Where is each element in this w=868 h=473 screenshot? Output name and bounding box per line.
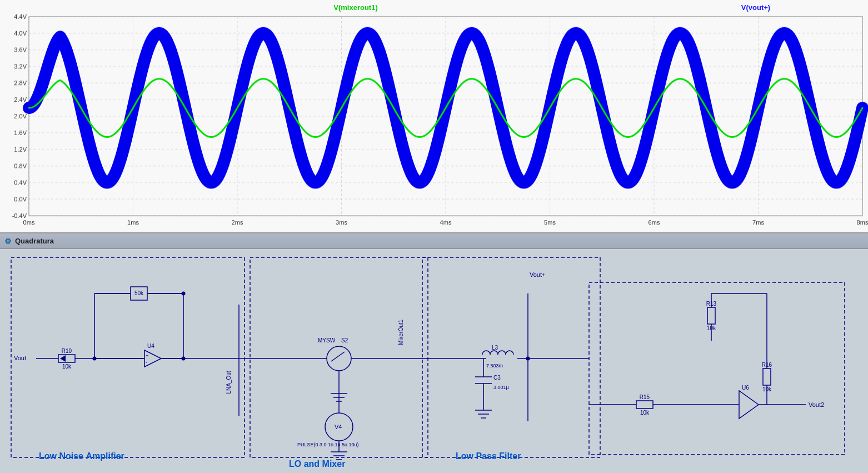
schematic-area: ⚙ Quadratura bbox=[0, 233, 868, 473]
chart-area: V(mixerout1) V(vout+) bbox=[0, 0, 868, 233]
quadratura-icon: ⚙ bbox=[4, 237, 12, 246]
schematic-canvas bbox=[0, 249, 868, 473]
schematic-header: ⚙ Quadratura bbox=[0, 233, 868, 249]
schematic-title: Quadratura bbox=[15, 237, 54, 245]
waveform-chart bbox=[0, 0, 868, 232]
